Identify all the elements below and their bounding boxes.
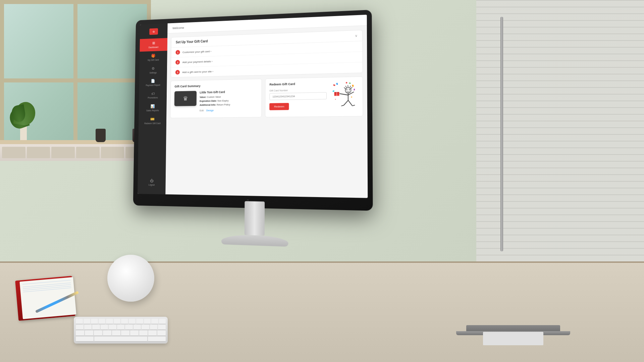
redeem-title: Redeem Gift Card [269,82,327,86]
window-left [0,0,151,161]
step-number-1: 1 [175,50,180,55]
heater [0,144,151,161]
svg-rect-2 [349,82,351,83]
sidebar-label-promotions: Promotions [148,97,158,99]
svg-line-16 [341,105,344,106]
gift-card-info: Little Tom Gift Card Value: Custom Value… [200,90,258,112]
sidebar-bottom: ⏻ Logout [138,174,166,192]
sidebar-item-logout[interactable]: ⏻ Logout [138,176,166,189]
svg-line-12 [339,94,348,95]
svg-rect-3 [352,84,354,86]
gift-card-visual: ♛ [174,91,197,106]
svg-line-20 [345,86,346,88]
keyboard [74,317,168,344]
gift-card-item: ♛ Little Tom Gift Card Value: Custom Val… [174,90,258,113]
svg-text:✦: ✦ [335,98,336,100]
sidebar-item-redeem[interactable]: 🎫 Redeem Gift Card [139,114,166,127]
svg-line-23 [344,87,345,89]
sidebar-nav: ⊞ Dashboard 🎁 My Gift Card ⚙ Settings 📄 … [139,38,167,127]
svg-rect-1 [336,83,338,85]
gift-card-additional: Additional Info: Return Policy [200,103,257,107]
sales-icon: 📊 [151,104,155,109]
summary-title: Gift Card Summary [174,83,257,88]
laptop-keyboard [483,332,543,345]
step-text-2: Add your payment details › [182,60,213,63]
card-actions: Edit Design [200,109,258,112]
redeem-button[interactable]: Redeem [269,103,289,110]
webcam [248,17,250,19]
window-cross-v [73,0,77,161]
sidebar-logo: G [140,26,168,39]
payment-icon: 📄 [151,79,155,83]
sidebar-item-promotions[interactable]: 🏷 Promotions [139,89,167,102]
crown-icon: ♛ [183,95,188,102]
sidebar-label-dashboard: Dashboard [149,46,158,49]
sidebar-label-redeem: Redeem Gift Card [144,122,160,125]
welcome-text: Welcome [172,26,184,30]
bottom-section: Gift Card Summary ♛ Little Tom Gift Card… [170,76,363,118]
svg-rect-6 [345,82,347,83]
sidebar-label-settings: Settings [150,71,157,74]
svg-line-15 [348,100,352,106]
screen: G ⊞ Dashboard 🎁 My Gift Card ⚙ Settings [138,15,368,198]
gift-card-icon: 🎁 [151,54,156,58]
gift-card-value: Value: Custom Value [200,95,257,99]
setup-title: Set Up Your Gift Card [176,39,208,44]
svg-line-24 [351,87,352,89]
sidebar-item-dashboard[interactable]: ⊞ Dashboard [140,38,167,52]
svg-line-22 [350,86,351,88]
svg-rect-5 [332,90,334,92]
gift-card-input-group: Gift Card Number [269,88,327,100]
sidebar-label-payment: Payment Report [146,84,160,87]
sidebar-item-sales-reports[interactable]: 📊 Sales Reports [139,102,167,115]
laptop-base [456,331,570,335]
edit-link[interactable]: Edit [200,109,204,112]
svg-line-21 [347,85,348,87]
step-text-1: Customize your gift card › [182,50,211,54]
promotions-icon: 🏷 [151,92,154,96]
settings-icon: ⚙ [152,66,155,71]
setup-card: Set Up Your Gift Card ∨ 1 Customize your… [171,30,363,77]
sidebar-item-my-gift-card[interactable]: 🎁 My Gift Card [140,51,167,64]
gift-card-number-label: Gift Card Number [269,88,327,92]
redeem-illustration: ✦ ✦ [330,81,358,112]
sidebar-label-sales: Sales Reports [146,109,159,112]
setup-steps: 1 Customize your gift card › 2 Add your … [171,41,363,77]
svg-line-17 [352,105,355,106]
svg-rect-4 [354,89,355,90]
chevron-down-icon[interactable]: ∨ [355,34,357,38]
dashboard-icon: ⊞ [152,41,155,45]
main-content: Welcome Set Up Your Gift Card ∨ 1 Cu [165,15,368,198]
content-area: Set Up Your Gift Card ∨ 1 Customize your… [165,25,368,198]
redeem-content: Redeem Gift Card Gift Card Number Redeem [269,82,327,113]
monitor-neck [245,201,265,236]
app-logo: G [149,28,158,35]
celebration-svg: ✦ ✦ [331,81,358,112]
step-number-3: 3 [175,70,180,75]
redeem-icon: 🎫 [150,117,155,121]
step-number-2: 2 [175,60,180,65]
sidebar: G ⊞ Dashboard 🎁 My Gift Card ⚙ Settings [138,23,168,194]
sidebar-item-payment-report[interactable]: 📄 Payment Report [139,76,167,89]
logout-icon: ⏻ [150,179,153,183]
gift-card-name: Little Tom Gift Card [200,90,257,94]
summary-card: Gift Card Summary ♛ Little Tom Gift Card… [170,79,262,118]
vase [94,124,107,142]
sidebar-item-settings[interactable]: ⚙ Settings [139,63,167,77]
monitor-wrapper: G ⊞ Dashboard 🎁 My Gift Card ⚙ Settings [132,9,388,283]
redeem-card: Redeem Gift Card Gift Card Number Redeem [265,76,363,117]
step-text-3: Add a gift card to your site › [182,70,213,73]
svg-line-14 [343,100,348,105]
svg-point-10 [345,87,351,93]
sidebar-label-logout: Logout [149,184,155,186]
svg-text:✦: ✦ [351,96,353,99]
svg-rect-0 [333,84,335,86]
sidebar-label-gift-card: My Gift Card [148,59,159,61]
design-link[interactable]: Design [206,109,214,112]
monitor-base [221,234,288,247]
monitor-bezel: G ⊞ Dashboard 🎁 My Gift Card ⚙ Settings [133,10,373,211]
gift-card-expiry: Expiration Date: Non Expiry [200,99,257,103]
vertical-rod [500,17,503,251]
gift-card-number-input[interactable] [269,92,327,100]
